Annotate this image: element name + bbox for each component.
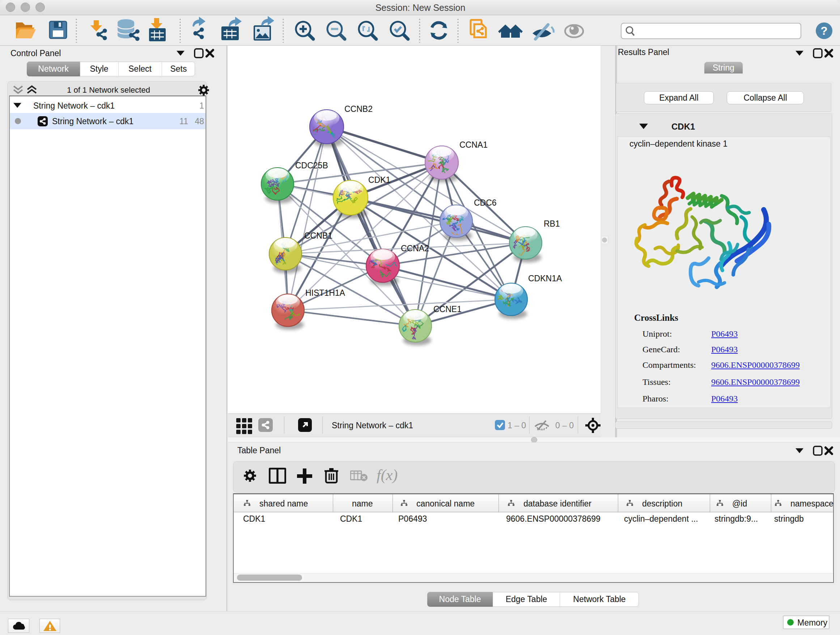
svg-text:CCNA2: CCNA2 bbox=[401, 244, 429, 253]
svg-text:CDKN1A: CDKN1A bbox=[528, 274, 562, 283]
svg-text:HIST1H1A: HIST1H1A bbox=[305, 288, 346, 298]
svg-text:CCNE1: CCNE1 bbox=[433, 304, 462, 314]
svg-text:CCNB2: CCNB2 bbox=[344, 104, 373, 114]
svg-text:CCNB1: CCNB1 bbox=[304, 231, 332, 241]
svg-text:CDK1: CDK1 bbox=[368, 175, 390, 185]
svg-text:RB1: RB1 bbox=[544, 219, 560, 228]
svg-text:CDC25B: CDC25B bbox=[295, 161, 328, 170]
svg-text:CCNA1: CCNA1 bbox=[459, 140, 488, 149]
svg-text:CDC6: CDC6 bbox=[474, 198, 497, 207]
